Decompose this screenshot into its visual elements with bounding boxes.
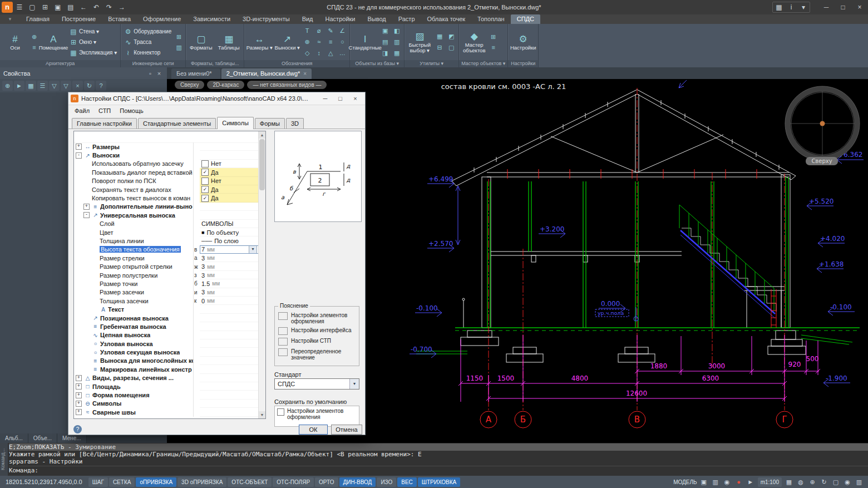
value-cell[interactable]: 3 мм ▾: [200, 271, 259, 279]
formats-button[interactable]: ▢ Форматы: [188, 25, 214, 59]
axes-button[interactable]: # Оси: [2, 25, 28, 59]
minimize-button[interactable]: ─: [818, 0, 835, 14]
settings-row[interactable]: ∿ Цепная выноска ▾: [74, 331, 259, 339]
tab-close-icon[interactable]: ×: [303, 68, 307, 79]
properties-tool-icon[interactable]: ☰: [37, 81, 48, 91]
annotation-tool-icon[interactable]: ∠: [337, 26, 348, 36]
settings-row[interactable]: А Текст ▾: [74, 305, 259, 313]
scroll-down-icon[interactable]: ▼: [259, 411, 265, 418]
settings-row[interactable]: ≡ Выноска для многослойных кс ▾: [74, 357, 259, 365]
settings-row[interactable]: - ↗ Универсальная выноска ▾: [74, 211, 259, 219]
group-label[interactable]: Мастер объектов ▾: [459, 60, 507, 67]
quick-select-button[interactable]: ▨ Быстрый выбор ▾: [406, 25, 433, 59]
settings-row[interactable]: Размер точки б 1.5 мм ▾: [74, 279, 259, 288]
command-line-panel[interactable]: Команд... Е;Zoom;ПОКАЗАТЬ - ЗумированиеУ…: [0, 443, 868, 476]
value-cell[interactable]: ▾: [200, 348, 259, 356]
value-cell[interactable]: ✓ Да ▾: [200, 194, 259, 202]
master-mini-icon[interactable]: ⊞: [489, 32, 498, 42]
select-arrow-icon[interactable]: ▾: [349, 379, 359, 389]
dialog-close-button[interactable]: ×: [348, 93, 363, 103]
nanocad-logo[interactable]: n: [2, 2, 13, 13]
dialog-tab[interactable]: Формы: [255, 118, 285, 129]
checkbox[interactable]: ✓: [201, 169, 209, 176]
annotation-tool-icon[interactable]: ○: [337, 37, 348, 47]
settings-row[interactable]: + ≡ Дополнительные линии-выно ▾: [74, 203, 259, 211]
ok-button[interactable]: ОК: [299, 425, 328, 435]
settings-row[interactable]: Размер полустрелки з 3 мм ▾: [74, 271, 259, 279]
ribbon-tab[interactable]: 3D-инструменты: [236, 14, 296, 24]
close-button[interactable]: ×: [851, 0, 868, 14]
value-cell[interactable]: ▾: [200, 365, 259, 373]
status-toggle-button[interactable]: ОРТО: [315, 477, 338, 487]
settings-row[interactable]: + ⊖ Символы ▾: [74, 400, 259, 408]
arch-stack-button[interactable]: ▤ Стена ▾: [68, 27, 119, 37]
tables-button[interactable]: ▦ Таблицы: [215, 25, 242, 59]
value-cell[interactable]: ▾: [200, 211, 259, 219]
group-label[interactable]: Архитектура: [0, 60, 120, 67]
annotation-tool-icon[interactable]: ⊕: [302, 37, 313, 47]
status-toggle-button[interactable]: оПРИВЯЗКА: [136, 477, 176, 487]
dialog-menu-item[interactable]: Помощь: [115, 107, 148, 114]
ribbon-tab[interactable]: Вывод: [361, 14, 392, 24]
titlebar-tool-icon[interactable]: ▦: [773, 2, 785, 12]
ribbon-tab[interactable]: Вид: [296, 14, 319, 24]
ribbon-tab[interactable]: Главная: [20, 14, 56, 24]
value-cell[interactable]: ▾: [200, 339, 259, 348]
value-cell[interactable]: ✓ Да ▾: [200, 185, 259, 194]
viewport-control-pill[interactable]: Сверху: [175, 81, 204, 89]
settings-row[interactable]: - ↗ Выноски ▾: [74, 151, 259, 159]
settings-row[interactable]: Копировать текст выносок в коман ✓ Да ▾: [74, 194, 259, 202]
arch-stack-button[interactable]: ▦ Экспликация ▾: [68, 48, 119, 58]
group-label[interactable]: Настройки: [508, 60, 538, 67]
value-cell[interactable]: Нет ▾: [200, 160, 259, 168]
dialog-menu-item[interactable]: СТП: [94, 107, 115, 114]
ribbon-tab[interactable]: Зависимости: [187, 14, 236, 24]
status-toggle-button[interactable]: 3D оПРИВЯЗКА: [177, 477, 226, 487]
document-tab[interactable]: Без имени0*: [171, 68, 220, 79]
base-object-icon[interactable]: ▦: [391, 48, 402, 58]
properties-tool-icon[interactable]: ×: [72, 81, 83, 91]
checkbox[interactable]: ✓: [201, 186, 209, 193]
eng-stack-button[interactable]: ⚙ Оборудование: [122, 27, 173, 37]
value-cell[interactable]: ▾: [200, 142, 259, 151]
arch-mini-icon[interactable]: ≡: [29, 43, 39, 52]
settings-row[interactable]: + □ Форма помещения ▾: [74, 391, 259, 399]
status-icon[interactable]: ●: [734, 479, 743, 485]
group-label[interactable]: Утилиты ▾: [405, 60, 458, 67]
settings-button[interactable]: ⚙ Настройки: [510, 25, 536, 59]
value-cell[interactable]: ▾: [200, 305, 259, 313]
properties-tool-icon[interactable]: ▽: [49, 81, 60, 91]
annotation-tool-icon[interactable]: ≈: [313, 37, 324, 47]
group-label[interactable]: Форматы, таблицы...: [186, 60, 244, 67]
status-icon[interactable]: ◉: [723, 479, 732, 486]
value-cell[interactable]: ▾: [200, 357, 259, 365]
dialog-tab[interactable]: Главные настройки: [72, 118, 137, 129]
settings-row[interactable]: + □ Площадь ▾: [74, 382, 259, 391]
qat-icon[interactable]: ▤: [65, 2, 77, 13]
status-toggle-button[interactable]: ШТРИХОВКА: [418, 477, 460, 487]
titlebar-tool-icon[interactable]: i: [785, 2, 797, 12]
maximize-button[interactable]: □: [835, 0, 851, 14]
status-toggle-button[interactable]: ОТС-ОБЪЕКТ: [228, 477, 272, 487]
settings-row[interactable]: Размер стрелки а 3 мм ▾: [74, 254, 259, 262]
value-cell[interactable]: ▾: [200, 408, 259, 416]
expander-icon[interactable]: +: [76, 401, 82, 407]
expander-icon[interactable]: +: [76, 144, 82, 150]
cancel-button[interactable]: Отмена: [331, 425, 362, 435]
qat-icon[interactable]: ⊞: [39, 2, 51, 13]
properties-tool-icon[interactable]: ↻: [84, 81, 95, 91]
document-tab[interactable]: 2_Отметки, Выноски.dwg*×: [221, 68, 312, 79]
expander-icon[interactable]: +: [76, 383, 82, 390]
base-object-icon[interactable]: ▣: [379, 26, 391, 36]
arch-stack-button[interactable]: ⊞ Окно ▾: [68, 37, 119, 47]
status-icon[interactable]: ◍: [796, 479, 805, 486]
qat-icon[interactable]: ↷: [103, 2, 115, 13]
dialog-tab[interactable]: Стандартные элементы: [138, 118, 216, 129]
expander-icon[interactable]: +: [76, 409, 82, 415]
value-cell[interactable]: 3 мм ▾: [200, 288, 259, 297]
expander-icon[interactable]: +: [83, 204, 90, 210]
settings-row[interactable]: Толщина засечки к 0 мм ▾: [74, 297, 259, 305]
tree-scrollbar[interactable]: ▲ ▼: [258, 131, 265, 418]
value-cell[interactable]: ▾: [200, 322, 259, 331]
value-cell[interactable]: ▾: [200, 374, 259, 382]
